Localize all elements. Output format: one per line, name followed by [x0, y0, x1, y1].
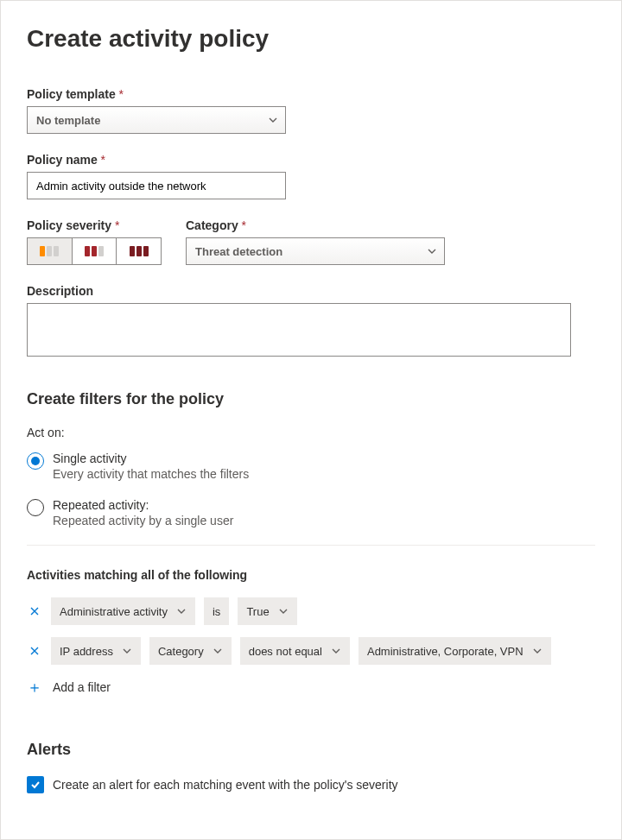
category-value: Threat detection: [195, 245, 282, 258]
alert-checkbox-label: Create an alert for each matching event …: [53, 778, 398, 792]
category-dropdown[interactable]: Threat detection: [186, 237, 445, 265]
policy-severity-field: Policy severity: [27, 218, 162, 265]
category-label: Category: [186, 218, 445, 232]
checkmark-icon: [29, 779, 41, 791]
policy-template-label: Policy template: [27, 87, 595, 101]
severity-low[interactable]: [28, 238, 72, 264]
act-on-repeated-label: Repeated activity:: [53, 498, 233, 512]
filter-field-chip[interactable]: IP address: [51, 637, 141, 665]
matching-label: Activities matching all of the following: [27, 568, 595, 582]
create-activity-policy-form: Create activity policy Policy template N…: [0, 0, 622, 840]
description-field: Description: [27, 284, 595, 359]
act-on-single-row: Single activity Every activity that matc…: [27, 452, 595, 481]
filter-value-chip[interactable]: Administrative, Corporate, VPN: [359, 637, 551, 665]
severity-high[interactable]: [116, 238, 161, 264]
chevron-down-icon: [176, 606, 187, 616]
chevron-down-icon: [213, 646, 223, 656]
alerts-heading: Alerts: [27, 741, 595, 759]
act-on-single-sub: Every activity that matches the filters: [53, 467, 249, 481]
chevron-down-icon: [122, 646, 132, 656]
filter-op-chip[interactable]: does not equal: [240, 637, 350, 665]
policy-template-dropdown[interactable]: No template: [27, 106, 286, 134]
policy-name-input[interactable]: [27, 172, 286, 199]
category-field: Category Threat detection: [186, 218, 445, 265]
act-on-repeated-row: Repeated activity: Repeated activity by …: [27, 498, 595, 527]
filter-field-chip[interactable]: Administrative activity: [51, 597, 195, 625]
filter-row: IP address Category does not equal Admin…: [27, 637, 595, 665]
chevron-down-icon: [268, 115, 278, 125]
description-label: Description: [27, 284, 595, 298]
policy-name-label: Policy name: [27, 153, 595, 167]
add-filter-button[interactable]: ＋ Add a filter: [27, 677, 595, 698]
chevron-down-icon: [331, 646, 341, 656]
act-on-repeated-radio[interactable]: [27, 499, 44, 516]
filter-value-chip[interactable]: True: [238, 597, 296, 625]
policy-name-field: Policy name: [27, 153, 595, 199]
act-on-repeated-sub: Repeated activity by a single user: [53, 514, 233, 527]
close-icon: [29, 606, 40, 616]
policy-template-field: Policy template No template: [27, 87, 595, 134]
act-on-label: Act on:: [27, 426, 595, 439]
remove-filter-button[interactable]: [27, 603, 42, 619]
filter-row: Administrative activity is True: [27, 597, 595, 625]
severity-toggle-group: [27, 237, 162, 265]
policy-template-value: No template: [36, 114, 100, 127]
policy-severity-label: Policy severity: [27, 218, 162, 232]
act-on-single-radio[interactable]: [27, 452, 44, 470]
chevron-down-icon: [427, 246, 437, 256]
filter-subfield-chip[interactable]: Category: [149, 637, 232, 665]
chevron-down-icon: [532, 646, 543, 656]
filters-heading: Create filters for the policy: [27, 390, 595, 408]
divider: [27, 545, 595, 546]
remove-filter-button[interactable]: [27, 643, 42, 659]
chevron-down-icon: [278, 606, 289, 616]
alert-checkbox[interactable]: [27, 776, 44, 793]
severity-medium[interactable]: [72, 238, 117, 264]
act-on-single-label: Single activity: [53, 452, 249, 465]
page-title: Create activity policy: [27, 25, 595, 53]
filter-op-chip[interactable]: is: [204, 597, 229, 625]
description-input[interactable]: [27, 303, 571, 357]
alert-checkbox-row: Create an alert for each matching event …: [27, 776, 595, 793]
plus-icon: ＋: [27, 677, 42, 698]
close-icon: [29, 646, 40, 656]
